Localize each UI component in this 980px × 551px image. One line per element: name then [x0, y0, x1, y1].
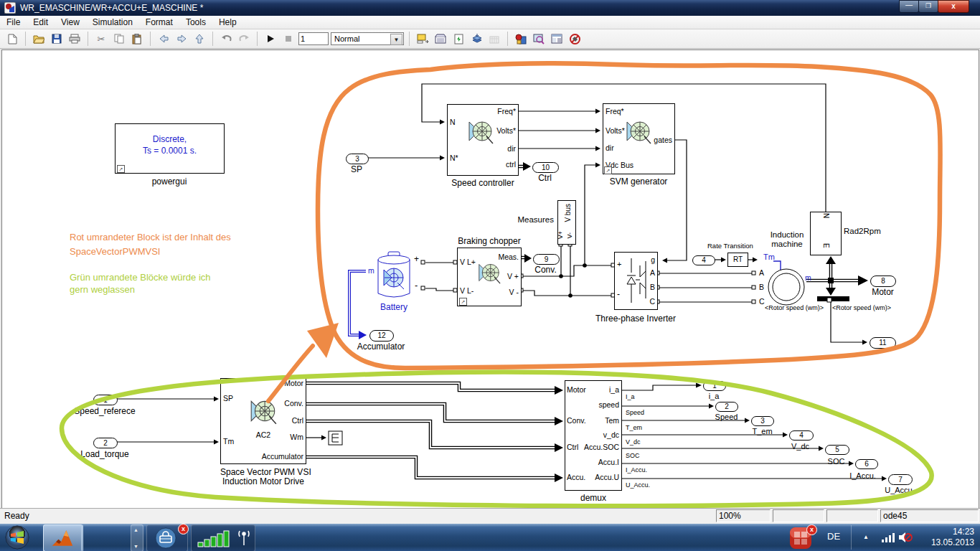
machine-m-port: m — [805, 273, 811, 282]
port-label: B — [639, 283, 655, 291]
port-label: Tem — [568, 416, 619, 425]
port-label: Accu.I — [568, 458, 619, 466]
outport-9-label: Conv. — [529, 265, 562, 275]
inport-2[interactable]: 2 — [93, 438, 118, 448]
inport-1-label: Speed_referece — [69, 406, 141, 416]
port-label: Freq* — [470, 107, 516, 116]
port-label: dir — [470, 144, 516, 153]
port-label: Motor — [230, 379, 303, 387]
outport-o5-label: SOC — [820, 457, 852, 466]
measures-label: Measures — [463, 215, 554, 224]
close-badge-icon: x — [178, 524, 189, 534]
rad2rpm-label: Rad2Rpm — [844, 227, 881, 235]
tray-network-icon[interactable] — [881, 532, 895, 543]
taskbar-network-meter-button[interactable] — [191, 524, 255, 551]
outport-o6[interactable]: 6 — [855, 459, 878, 469]
inport-3-label: SP — [346, 164, 367, 174]
port-label: Volts* — [606, 126, 625, 135]
outport-o1-label: i_a — [699, 392, 728, 400]
port-label: Accumulator — [230, 452, 303, 461]
outport-10-label: Ctrl — [532, 173, 557, 183]
subsystem-open-icon[interactable]: ↗ — [604, 166, 612, 174]
demux-label: demux — [565, 493, 622, 503]
status-bar: Ready 100% ode45 — [0, 508, 980, 524]
battery-icon[interactable] — [375, 250, 413, 302]
taskbar-toolbox-button[interactable]: x — [146, 524, 188, 551]
outport-o6-label: I_Accu. — [843, 471, 882, 480]
wire-label: U_Accu. — [626, 481, 650, 489]
battery-label: Battery — [372, 302, 415, 312]
rate-transition-block[interactable]: RT — [727, 253, 748, 267]
inport-1[interactable]: 1 — [93, 395, 118, 405]
vbus-port-label: V+ — [557, 231, 564, 239]
port-label: v_dc — [568, 430, 619, 439]
outport-o7[interactable]: 7 — [888, 474, 913, 485]
port-label: i_a — [568, 385, 619, 394]
machine-phase-a: A — [759, 268, 764, 277]
outport-12[interactable]: 12 — [369, 330, 394, 342]
subsystem-open-icon[interactable]: ↗ — [117, 165, 125, 173]
port-label: C — [639, 297, 655, 306]
port-label: + — [617, 260, 621, 268]
outport-8-label: Motor — [867, 287, 899, 297]
start-button[interactable] — [4, 524, 30, 550]
vbus-label: V bus — [564, 204, 572, 222]
annotation-green-line1: Grün umrandete Blöcke würde ich — [70, 272, 211, 283]
outport-o3[interactable]: 3 — [751, 416, 774, 426]
taskbar-security-button[interactable]: x — [786, 524, 815, 550]
inport-2-label: Load_torque — [69, 449, 141, 459]
outport-o4[interactable]: 4 — [789, 430, 814, 441]
port-label: Wm — [230, 433, 303, 441]
machine-phase-b: B — [759, 283, 764, 291]
inport-3[interactable]: 3 — [346, 154, 369, 164]
drive-label-line1: Space Vector PWM VSI — [220, 467, 306, 477]
annotation-green-line2: gern weglassen — [70, 284, 135, 295]
taskbar-scroll-strip[interactable]: ▲ ▼ — [131, 524, 143, 551]
port-label: g — [639, 255, 655, 264]
vbus-port-label: V- — [566, 232, 573, 239]
port-label: Conv. — [230, 399, 303, 408]
wire-label: Speed — [626, 409, 644, 416]
inverter-label: Three-phase Inverter — [593, 314, 679, 324]
wire-label: I_a — [626, 393, 635, 400]
outport-o1[interactable]: 1 — [703, 381, 726, 391]
outport-11[interactable]: 11 — [870, 337, 896, 349]
outport-9[interactable]: 9 — [533, 254, 560, 265]
matlab-icon — [51, 528, 74, 548]
tray-divider — [851, 525, 852, 550]
close-badge-icon: x — [806, 524, 817, 535]
terminator-block[interactable] — [328, 430, 343, 446]
drive-label-line2: Induction Motor Drive — [220, 476, 306, 486]
volume-muted-icon[interactable] — [898, 531, 913, 544]
rotor-speed-label-right: <Rotor speed (wm)> — [832, 304, 891, 311]
battery-m-port: m — [368, 266, 374, 275]
rotor-speed-label-left: <Rotor speed (wm)> — [765, 304, 824, 311]
desktop: WR_EMASCHINE/WR+ACCU+E_MASCHINE * — ❐ x … — [0, 0, 980, 551]
outport-o5[interactable]: 5 — [825, 445, 849, 455]
port-label: A — [639, 268, 655, 277]
subsystem-open-icon[interactable]: ↗ — [459, 298, 467, 306]
status-solver[interactable]: ode45 — [880, 509, 979, 522]
status-zoom[interactable]: 100% — [716, 509, 771, 522]
induction-machine-icon[interactable] — [767, 268, 806, 306]
port-label: Ctrl — [230, 416, 303, 425]
inport-4[interactable]: 4 — [692, 255, 715, 265]
taskbar-matlab-button[interactable] — [43, 524, 83, 551]
outport-8[interactable]: 8 — [870, 276, 896, 287]
outport-o3-label: T_em — [746, 427, 778, 435]
outport-10[interactable]: 10 — [532, 162, 559, 173]
outport-o2[interactable]: 2 — [715, 402, 738, 412]
toolbox-icon — [154, 527, 177, 550]
clock-time[interactable]: 14:23 — [920, 527, 974, 537]
rad2rpm-bottom-port: E — [822, 243, 830, 248]
clock-date[interactable]: 13.05.2013 — [913, 537, 974, 547]
port-label: Freq* — [606, 107, 624, 116]
taskbar: ▲ ▼ x — [0, 524, 980, 551]
status-field-1 — [773, 509, 824, 522]
annotation-orange-line2: SpaceVectorPWMVSI — [70, 246, 160, 257]
wire-label: T_em — [626, 424, 642, 431]
wire-label: V_dc — [626, 438, 641, 446]
language-indicator[interactable]: DE — [827, 531, 840, 542]
tray-expand-icon[interactable]: ▲ — [863, 534, 869, 540]
port-label: Accu.U — [568, 473, 619, 481]
